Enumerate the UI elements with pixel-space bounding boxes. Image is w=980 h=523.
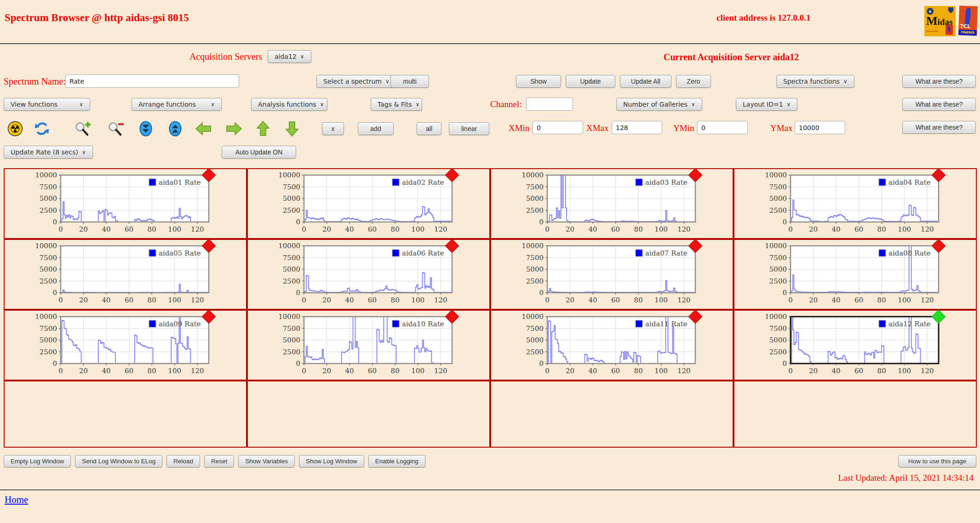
spectrum-name-input[interactable] <box>65 74 239 88</box>
channel-input[interactable] <box>526 97 573 111</box>
svg-text:40: 40 <box>832 367 841 375</box>
show-button[interactable]: Show <box>516 75 561 88</box>
refresh-icon[interactable] <box>33 120 51 137</box>
ymax-input[interactable] <box>795 121 845 134</box>
enable-logging-button[interactable]: Enable Logging <box>368 455 425 467</box>
empty-gallery-cell[interactable] <box>490 381 734 448</box>
reset-button[interactable]: Reset <box>204 455 234 467</box>
spectrum-chart-aida02[interactable]: 020406080100120025005000750010000aida02 … <box>247 168 490 239</box>
send-log-window-to-elog-button[interactable]: Send Log Window to ELog <box>75 455 162 467</box>
zoom-out-icon[interactable] <box>107 120 124 137</box>
xmin-input[interactable] <box>533 121 583 134</box>
tcl-powered-bar: POWERED <box>958 29 977 35</box>
midas-logo[interactable]: ▲ Midas powered by <box>924 6 956 36</box>
update-all-button[interactable]: Update All <box>620 75 671 88</box>
radiation-icon[interactable]: ☢ <box>6 120 24 137</box>
scroll-up-icon[interactable] <box>166 120 184 137</box>
svg-text:10000: 10000 <box>765 242 787 250</box>
tags-fits-select[interactable]: Tags & Fits ∨ <box>371 98 422 111</box>
what-are-these-button-2[interactable]: What are these? <box>902 98 976 111</box>
home-link[interactable]: Home <box>5 494 28 506</box>
svg-text:0: 0 <box>52 218 57 226</box>
update-rate-select[interactable]: Update Rate (8 secs) ∨ <box>4 146 93 159</box>
svg-text:100: 100 <box>168 367 181 375</box>
chevron-down-icon: ∨ <box>787 101 791 108</box>
midas-circle-icon: ▲ <box>927 8 934 15</box>
what-are-these-button-1[interactable]: What are these? <box>902 75 976 88</box>
x-button[interactable]: x <box>322 122 344 135</box>
empty-gallery-cell[interactable] <box>247 381 490 448</box>
svg-text:7500: 7500 <box>526 183 544 191</box>
linear-button[interactable]: linear <box>449 122 489 135</box>
empty-gallery-cell[interactable] <box>734 381 977 448</box>
header: Spectrum Browser @ http aidas-gsi 8015 c… <box>0 0 980 44</box>
svg-text:100: 100 <box>168 225 181 233</box>
ymin-input[interactable] <box>697 121 748 134</box>
update-button[interactable]: Update <box>566 75 615 88</box>
spectrum-chart-aida08[interactable]: 020406080100120025005000750010000aida08 … <box>734 239 977 310</box>
reload-button[interactable]: Reload <box>166 455 200 467</box>
svg-text:80: 80 <box>634 367 643 375</box>
legend-label: aida07 Rate <box>645 249 688 257</box>
svg-text:5000: 5000 <box>40 265 57 273</box>
chart-svg: 020406080100120025005000750010000aida09 … <box>5 312 246 381</box>
multi-button[interactable]: multi <box>390 75 429 88</box>
all-button[interactable]: all <box>417 122 441 135</box>
spectrum-chart-aida03[interactable]: 020406080100120025005000750010000aida03 … <box>490 168 734 239</box>
number-of-galleries-select[interactable]: Number of Galleries ∨ <box>616 98 702 111</box>
number-of-galleries-label: Number of Galleries <box>623 101 688 108</box>
show-variables-button[interactable]: Show Variables <box>238 455 295 467</box>
select-a-spectrum-select[interactable]: Select a spectrum ∨ <box>316 75 396 88</box>
xmax-input[interactable] <box>612 121 662 134</box>
add-button[interactable]: add <box>358 122 394 135</box>
empty-gallery-cell[interactable] <box>4 381 247 448</box>
svg-text:80: 80 <box>634 296 643 304</box>
legend-swatch <box>879 320 886 327</box>
chart-svg: 020406080100120025005000750010000aida03 … <box>491 171 733 239</box>
svg-text:60: 60 <box>368 296 377 304</box>
svg-text:120: 120 <box>677 367 691 375</box>
spectra-functions-select[interactable]: Spectra functions ∨ <box>776 75 854 88</box>
spectrum-chart-aida04[interactable]: 020406080100120025005000750010000aida04 … <box>734 168 977 239</box>
what-are-these-button-3[interactable]: What are these? <box>902 121 976 134</box>
arrow-left-icon[interactable] <box>195 120 212 137</box>
show-log-window-button[interactable]: Show Log Window <box>299 455 364 467</box>
svg-text:0: 0 <box>296 359 300 368</box>
arrow-up-icon[interactable] <box>254 120 272 137</box>
spectrum-chart-aida11[interactable]: 020406080100120025005000750010000aida11 … <box>490 310 734 381</box>
scroll-down-icon[interactable] <box>137 120 155 137</box>
layout-id-select[interactable]: Layout ID=1 ∨ <box>736 98 797 111</box>
arrange-functions-select[interactable]: Arrange functions ∨ <box>132 98 222 111</box>
svg-text:0: 0 <box>58 367 63 375</box>
legend-swatch <box>879 250 886 256</box>
spectrum-chart-aida09[interactable]: 020406080100120025005000750010000aida09 … <box>4 310 247 381</box>
view-functions-select[interactable]: View functions ∨ <box>4 98 90 111</box>
how-to-use-this-page-button[interactable]: How to use this page <box>898 455 976 467</box>
spectrum-chart-aida05[interactable]: 020406080100120025005000750010000aida05 … <box>4 239 247 310</box>
legend-label: aida08 Rate <box>888 249 931 257</box>
chart-svg: 020406080100120025005000750010000aida11 … <box>491 312 733 381</box>
legend-label: aida06 Rate <box>402 249 444 257</box>
chevron-down-icon: ∨ <box>691 101 695 108</box>
analysis-functions-select[interactable]: Analysis functions ∨ <box>251 98 327 111</box>
arrow-right-icon[interactable] <box>225 120 242 137</box>
svg-text:10000: 10000 <box>35 313 57 321</box>
chart-svg: 020406080100120025005000750010000aida05 … <box>5 241 246 310</box>
spectrum-chart-aida07[interactable]: 020406080100120025005000750010000aida07 … <box>490 239 734 310</box>
spectrum-chart-aida10[interactable]: 020406080100120025005000750010000aida10 … <box>247 310 490 381</box>
tcl-powered-logo[interactable]: TCL POWERED <box>958 6 978 35</box>
svg-text:120: 120 <box>677 296 691 304</box>
svg-text:80: 80 <box>391 367 400 375</box>
svg-text:20: 20 <box>566 367 574 375</box>
auto-update-button[interactable]: Auto Update ON <box>222 146 296 159</box>
arrow-down-icon[interactable] <box>283 120 301 137</box>
zero-button[interactable]: Zero <box>676 75 711 88</box>
spectrum-chart-aida06[interactable]: 020406080100120025005000750010000aida06 … <box>247 239 490 310</box>
acquisition-server-select[interactable]: aida12 ∨ <box>268 50 311 63</box>
spectrum-chart-aida12[interactable]: 020406080100120025005000750010000aida12 … <box>734 310 977 381</box>
zoom-in-icon[interactable] <box>74 120 91 137</box>
spectrum-chart-aida01[interactable]: 020406080100120025005000750010000aida01 … <box>4 168 247 239</box>
svg-text:100: 100 <box>654 367 668 375</box>
svg-text:120: 120 <box>434 367 447 375</box>
empty-log-window-button[interactable]: Empty Log Window <box>4 455 71 467</box>
